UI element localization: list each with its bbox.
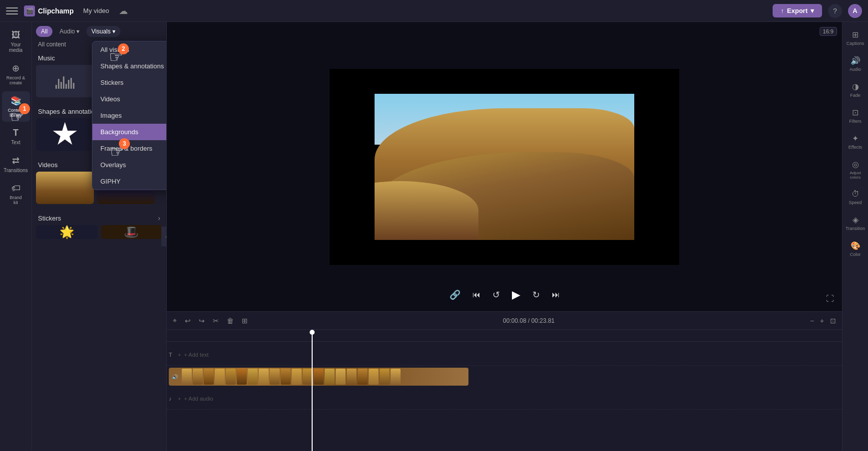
sidebar-item-content-library[interactable]: 📚 Contentlibrary xyxy=(2,91,30,122)
skip-back-button[interactable]: ⏮ xyxy=(470,288,482,301)
fade-icon: ◑ xyxy=(852,82,859,91)
timeline-cut[interactable]: ✂ xyxy=(211,315,221,327)
play-pause-button[interactable]: ▶ xyxy=(510,286,522,303)
music-bars-1 xyxy=(55,74,74,89)
dropdown-item-shapes[interactable]: Shapes & annotations xyxy=(92,58,167,74)
dropdown-item-all-visuals[interactable]: All visuals xyxy=(92,41,167,58)
add-audio-button[interactable]: + + Add audio xyxy=(174,394,217,404)
dropdown-item-images[interactable]: Images xyxy=(92,107,167,124)
section-stickers-arrow: › xyxy=(158,214,160,222)
app-name: Clipchamp xyxy=(38,7,74,15)
section-videos-title: Videos xyxy=(38,161,58,169)
zoom-fit-button[interactable]: ⊡ xyxy=(828,315,838,327)
expand-preview-button[interactable]: ⛶ xyxy=(826,294,834,303)
video-title[interactable]: My video xyxy=(80,5,113,16)
panel-collapse-handle[interactable]: ‹ xyxy=(161,226,167,246)
content-library-icon: 📚 xyxy=(10,95,21,106)
right-sidebar-speed[interactable]: ⏱ Speed xyxy=(844,186,868,209)
timeline-playhead[interactable] xyxy=(312,330,313,451)
export-button[interactable]: ↑ Export ▾ xyxy=(773,4,822,17)
timeline-content: |:03 |:06 |:09 |:12 |:15 xyxy=(167,330,842,451)
avatar[interactable]: A xyxy=(848,4,862,18)
timeline-area: ⌖ ↩ ↪ ✂ 🗑 ⊞ 00:00.08 / 00:23.81 − + ⊡ xyxy=(167,311,842,451)
timeline-cursor-tool[interactable]: ⌖ xyxy=(171,314,179,327)
sidebar-item-text[interactable]: T Text xyxy=(2,124,30,149)
music-thumb-1[interactable] xyxy=(36,65,94,97)
help-icon[interactable]: ? xyxy=(828,4,842,18)
sidebar-item-record-create[interactable]: ⊕ Record &create xyxy=(2,59,30,89)
section-stickers-title: Stickers xyxy=(38,215,61,222)
playhead-handle xyxy=(310,330,315,335)
left-sidebar: 🖼 Your media ⊕ Record &create 📚 Contentl… xyxy=(0,22,32,451)
timeline-ruler: |:03 |:06 |:09 |:12 |:15 xyxy=(167,330,842,342)
audio-track-label: ♪ xyxy=(169,396,172,402)
right-sidebar-color[interactable]: 🎨 Color xyxy=(844,237,868,261)
right-sidebar-filters[interactable]: ⊡ Filters xyxy=(844,104,868,128)
right-sidebar-adjust-colors[interactable]: ◎ Adjustcolors xyxy=(844,156,868,184)
video-frame xyxy=(375,94,634,240)
section-stickers: Stickers › 🌟 🎩 xyxy=(36,212,162,239)
app-logo: 🎬 Clipchamp xyxy=(24,5,74,16)
video-track: 🔊 xyxy=(167,366,842,388)
desert-thumb xyxy=(36,172,94,204)
sticker-thumb-1[interactable]: 🌟 xyxy=(36,225,98,239)
speed-icon: ⏱ xyxy=(852,190,860,199)
right-sidebar-audio[interactable]: 🔊 Audio xyxy=(844,52,868,76)
dropdown-item-stickers[interactable]: Stickers xyxy=(92,74,167,91)
export-icon: ↑ xyxy=(781,7,784,14)
dropdown-item-frames[interactable]: Frames & borders xyxy=(92,140,167,157)
right-sidebar-fade[interactable]: ◑ Fade xyxy=(844,78,868,102)
center-area: 🔗 ⏮ ↺ ▶ ↻ ⏭ 16:9 ⛶ ⌖ ↩ ↪ ✂ 🗑 ⊞ 00:00.08 … xyxy=(167,22,842,451)
tab-all[interactable]: All xyxy=(36,26,52,37)
record-create-icon: ⊕ xyxy=(12,63,19,74)
captions-icon: ⊞ xyxy=(852,30,859,39)
timeline-add-media[interactable]: ⊞ xyxy=(240,315,250,327)
visuals-dropdown-menu: All visuals Shapes & annotations Sticker… xyxy=(92,41,167,190)
dropdown-item-giphy[interactable]: GIPHY xyxy=(92,173,167,190)
timeline-time-display: 00:00.08 / 00:23.81 xyxy=(254,317,804,324)
sidebar-item-brand-kit[interactable]: 🏷 Brandkit xyxy=(2,179,30,209)
timeline-redo[interactable]: ↪ xyxy=(197,315,207,327)
visuals-dropdown-icon: ▾ xyxy=(112,28,115,35)
timeline-undo[interactable]: ↩ xyxy=(183,315,193,327)
tab-audio[interactable]: Audio ▾ xyxy=(54,26,84,37)
right-sidebar-effects[interactable]: ✦ Effects xyxy=(844,130,868,154)
tab-visuals[interactable]: Visuals ▾ xyxy=(86,26,120,37)
timeline-zoom-controls: − + ⊡ xyxy=(808,315,838,327)
main-layout: 🖼 Your media ⊕ Record &create 📚 Contentl… xyxy=(0,22,868,451)
right-sidebar-transition[interactable]: ◈ Transition xyxy=(844,211,868,235)
dropdown-item-backgrounds[interactable]: Backgrounds xyxy=(92,124,167,140)
skip-forward-button[interactable]: ⏭ xyxy=(550,288,562,301)
right-sidebar-captions[interactable]: ⊞ Captions xyxy=(844,26,868,50)
aspect-ratio-indicator: 16:9 xyxy=(820,27,837,36)
shape-thumb-1[interactable] xyxy=(36,118,94,151)
clip-volume-icon: 🔊 xyxy=(172,374,178,380)
sidebar-item-your-media[interactable]: 🖼 Your media xyxy=(2,26,30,57)
magic-snap-button[interactable]: 🔗 xyxy=(447,287,462,302)
video-clip[interactable]: 🔊 xyxy=(169,368,468,386)
starburst-shape xyxy=(52,122,77,147)
zoom-in-button[interactable]: + xyxy=(818,315,826,327)
dropdown-item-videos[interactable]: Videos xyxy=(92,91,167,107)
transition-icon: ◈ xyxy=(853,215,859,225)
zoom-out-button[interactable]: − xyxy=(808,315,816,327)
filter-tabs: All Audio ▾ Visuals ▾ All visuals Shapes… xyxy=(32,22,166,37)
timeline-delete[interactable]: 🗑 xyxy=(225,315,236,327)
adjust-colors-icon: ◎ xyxy=(852,160,859,169)
playback-controls: 🔗 ⏮ ↺ ▶ ↻ ⏭ xyxy=(447,286,562,303)
rewind-10-button[interactable]: ↺ xyxy=(490,287,502,302)
sidebar-item-transitions[interactable]: ⇄ Transitions xyxy=(2,151,30,177)
forward-10-button[interactable]: ↻ xyxy=(530,287,542,302)
right-sidebar: ⊞ Captions 🔊 Audio ◑ Fade ⊡ Filters ✦ Ef… xyxy=(842,22,868,451)
dropdown-item-overlays[interactable]: Overlays xyxy=(92,157,167,173)
menu-icon[interactable] xyxy=(6,5,18,17)
add-text-button[interactable]: + + Add text xyxy=(174,350,213,360)
video-preview: 🔗 ⏮ ↺ ▶ ↻ ⏭ 16:9 ⛶ xyxy=(167,22,842,311)
color-icon: 🎨 xyxy=(851,241,861,250)
ruler-marks-container: |:03 |:06 |:09 |:12 |:15 xyxy=(167,330,754,341)
stickers-thumbnails: 🌟 🎩 xyxy=(36,225,162,239)
section-stickers-header[interactable]: Stickers › xyxy=(36,212,162,225)
sticker-thumb-2[interactable]: 🎩 xyxy=(101,225,163,239)
video-thumb-1[interactable] xyxy=(36,172,94,204)
add-text-plus: + xyxy=(178,352,181,358)
